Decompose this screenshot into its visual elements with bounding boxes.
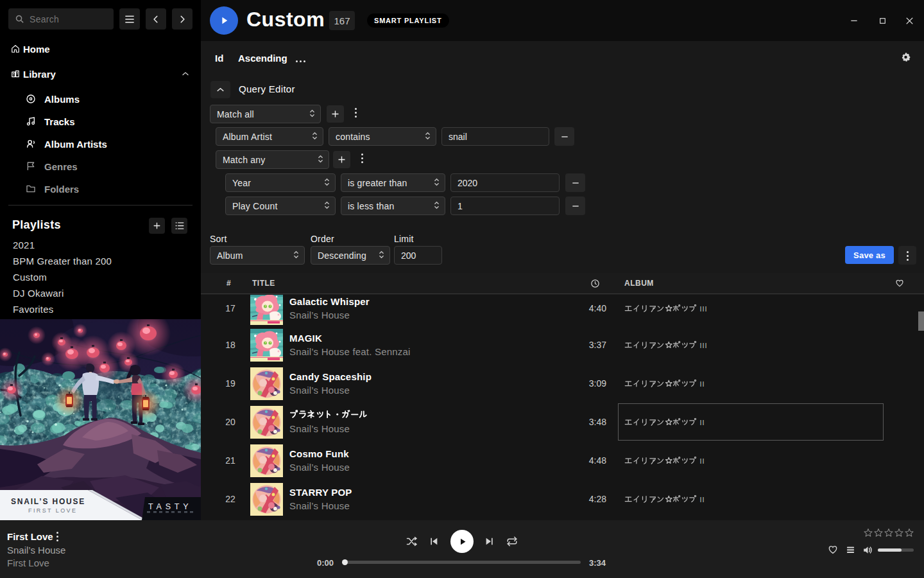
svg-text:TASTY: TASTY [148, 502, 192, 511]
svg-text:SNAIL’S HOUSE: SNAIL’S HOUSE [11, 497, 85, 506]
svg-text:FIRST LOVE: FIRST LOVE [28, 507, 77, 514]
